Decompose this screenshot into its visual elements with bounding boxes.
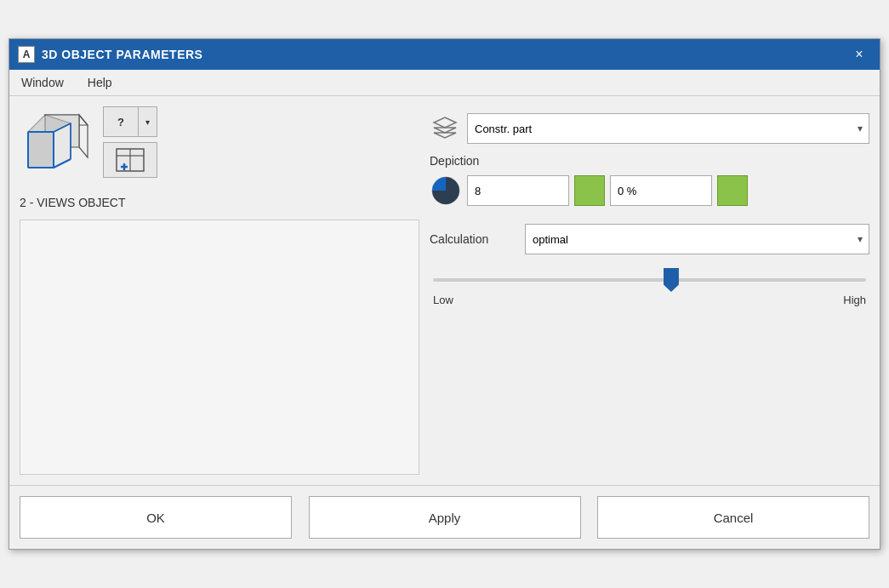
- left-panel: ? ▾: [20, 106, 419, 475]
- layer-row: Constr. part Layer 1 Layer 2 ▾: [430, 106, 869, 144]
- chevron-down-icon: ▾: [145, 117, 150, 127]
- calculation-row: Calculation optimal fast precise ▾: [430, 224, 869, 254]
- app-icon: A: [18, 46, 35, 63]
- percent-green-button[interactable]: [717, 175, 748, 206]
- slider-line: [433, 278, 866, 282]
- percent-field[interactable]: [610, 175, 712, 206]
- slider-section: Low High: [430, 271, 869, 306]
- question-dropdown-group: ? ▾: [103, 106, 157, 137]
- layer-dropdown[interactable]: Constr. part Layer 1 Layer 2: [467, 113, 869, 144]
- right-panel: Constr. part Layer 1 Layer 2 ▾ Depiction: [430, 106, 869, 475]
- svg-marker-1: [79, 115, 88, 157]
- grid-button[interactable]: [103, 142, 157, 178]
- object-preview: [20, 106, 96, 186]
- number-field[interactable]: [467, 175, 569, 206]
- slider-labels: Low High: [433, 294, 866, 306]
- layers-icon: [430, 113, 460, 144]
- question-button[interactable]: ?: [103, 106, 139, 137]
- svg-marker-20: [434, 133, 456, 138]
- svg-marker-19: [434, 128, 456, 133]
- layer-select-wrapper: Constr. part Layer 1 Layer 2 ▾: [467, 113, 869, 144]
- slider-high-label: High: [843, 294, 866, 306]
- calculation-select-wrapper: optimal fast precise ▾: [525, 224, 869, 254]
- views-area: [20, 220, 419, 475]
- menu-help[interactable]: Help: [83, 73, 117, 92]
- number-green-button[interactable]: [574, 175, 605, 206]
- slider-low-label: Low: [433, 294, 453, 306]
- pie-chart-icon: [430, 174, 462, 207]
- views-label: 2 - VIEWS OBJECT: [20, 192, 419, 213]
- dropdown-arrow-button[interactable]: ▾: [139, 106, 157, 137]
- calculation-label: Calculation: [430, 232, 515, 246]
- ok-button[interactable]: OK: [20, 496, 292, 539]
- toolbar-buttons: ? ▾: [103, 106, 157, 178]
- depiction-section: Depiction: [430, 154, 869, 207]
- grid-icon: [115, 147, 145, 173]
- svg-marker-18: [434, 117, 456, 128]
- footer: OK Apply Cancel: [9, 485, 880, 549]
- dialog-title: 3D OBJECT PARAMETERS: [42, 48, 202, 61]
- content-area: ? ▾: [9, 96, 880, 485]
- close-button[interactable]: ×: [847, 44, 871, 65]
- slider-thumb[interactable]: [664, 268, 679, 292]
- menu-bar: Window Help: [9, 70, 880, 96]
- apply-button[interactable]: Apply: [309, 496, 581, 539]
- dialog-3d-object-parameters: A 3D OBJECT PARAMETERS × Window Help: [9, 38, 880, 550]
- depiction-row: [430, 174, 869, 207]
- svg-marker-3: [28, 132, 54, 168]
- toolbar-row: ? ▾: [20, 106, 419, 186]
- depiction-label: Depiction: [430, 154, 869, 168]
- cancel-button[interactable]: Cancel: [597, 496, 869, 539]
- menu-window[interactable]: Window: [16, 73, 69, 92]
- slider-track[interactable]: [433, 271, 866, 288]
- title-bar: A 3D OBJECT PARAMETERS ×: [9, 39, 880, 70]
- calculation-dropdown[interactable]: optimal fast precise: [525, 224, 869, 254]
